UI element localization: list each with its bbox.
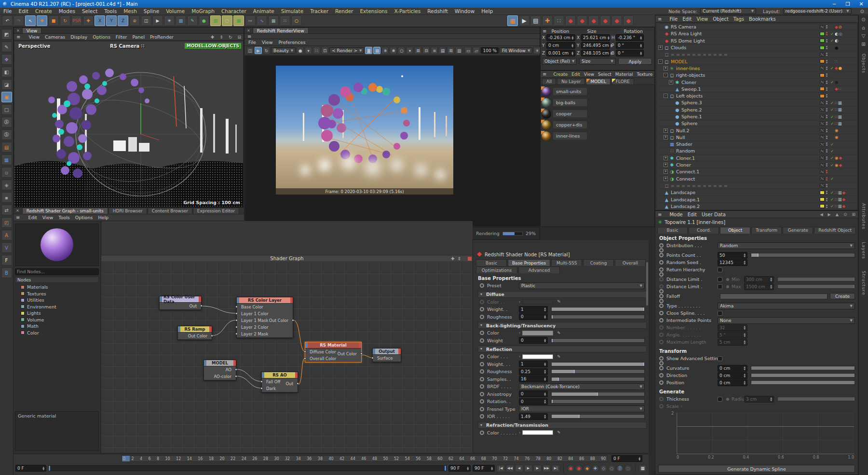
dropdown[interactable]: IOR▼ (519, 405, 645, 412)
menu-item[interactable]: Volume (166, 8, 185, 14)
object-row[interactable]: ▲ Landscape ✓ ∷▦◆ (657, 189, 857, 196)
psr-icon[interactable]: PSR (71, 15, 82, 26)
shader-property-row[interactable]: Color . . . › ✎ ▲▼ ▼ (473, 353, 649, 361)
dropdown[interactable]: Plastic▼ (519, 282, 645, 289)
viewport-menu-item[interactable]: Filter (116, 34, 127, 40)
layer-chip[interactable] (820, 149, 825, 153)
value-field[interactable]: 0.25▲▼ (519, 368, 548, 375)
value-field[interactable]: 16▲▼ (519, 376, 548, 382)
material-preview[interactable] (15, 224, 99, 266)
workplane-mode-icon[interactable]: □ (1, 104, 12, 115)
enabled-check[interactable]: ✓ (829, 163, 835, 168)
material-item[interactable]: small-units (542, 86, 654, 97)
shader-editor-tab[interactable]: Content Browser (148, 208, 192, 214)
color-swatch[interactable] (522, 354, 553, 359)
tag-icons[interactable]: ◐◎ (835, 31, 856, 36)
color-picker-icon[interactable]: ✎ (557, 331, 561, 335)
anim-dot-icon[interactable] (659, 253, 664, 257)
keyframe-selection-icon[interactable]: ◆ (583, 465, 591, 472)
close-icon[interactable]: ✕ (14, 209, 22, 213)
layer-chip[interactable] (820, 25, 825, 29)
tag-icons[interactable]: ∷▦◆ (835, 197, 856, 202)
shader-graph-titlebar[interactable]: Shader Graph ✚ ⇕ (101, 255, 473, 262)
dock-tab-objects[interactable]: Objects (861, 54, 866, 73)
record-keyframe-icon[interactable]: ● (567, 465, 574, 472)
tag-icons[interactable]: ● (835, 45, 856, 50)
visibility-dots[interactable] (826, 108, 828, 112)
anim-dot-icon[interactable] (480, 431, 484, 435)
anim-dot-icon[interactable] (480, 399, 484, 404)
asset-icon[interactable]: ❖ (1, 54, 12, 65)
object-row[interactable]: - ◻ right-objects (657, 72, 857, 78)
out-port[interactable] (360, 352, 363, 355)
color-picker-icon[interactable]: ✎ (557, 430, 561, 435)
crop-icon[interactable]: ⊡ (321, 47, 328, 54)
shader-property-row[interactable]: Preset › ✎ Plastic▲▼ Plastic▼ (473, 282, 649, 290)
object-row[interactable]: ◻ = = = = = = = = = = = (657, 51, 857, 57)
slider[interactable] (751, 253, 855, 257)
shader-property-row[interactable]: Samples. . › ✎ 16▲▼ 16▼ (473, 376, 649, 383)
anim-dot-icon[interactable] (659, 267, 664, 272)
position-field[interactable]: 0 cm▲▼ (546, 42, 575, 49)
shelf-box-icon[interactable]: ◰ (1, 217, 12, 228)
texture-mode-icon[interactable]: ▣ (1, 92, 12, 102)
visibility-dots[interactable] (826, 39, 828, 42)
attributes-menu-item[interactable]: User Data (702, 212, 726, 217)
mograph-cross-icon[interactable]: ✚ (542, 15, 553, 26)
object-row[interactable]: ◆ RS Area Light ✓ ◐◎ (657, 30, 857, 37)
in-port[interactable] (235, 312, 238, 315)
menu-item[interactable]: Edit (19, 8, 28, 14)
enabled-check[interactable]: ✓ (829, 121, 835, 126)
z-axis-lock-icon[interactable]: Z (118, 15, 128, 26)
color-swatch[interactable] (522, 430, 553, 435)
shader-property-row[interactable]: Fresnel Type › ✎ IOR▲▼ IOR▼ (473, 405, 649, 413)
in-port[interactable] (304, 357, 306, 360)
shader-property-row[interactable]: Roughness › ✎ 0▲▼ 0▼ (473, 313, 649, 321)
object-row[interactable]: ▦ Shader ✓ (657, 141, 857, 147)
materials-menu-item[interactable]: Select (598, 72, 611, 77)
value-field[interactable]: 5 °▲▼ (718, 332, 747, 338)
expand-icon[interactable]: + (664, 163, 668, 167)
color-picker-icon[interactable]: ✎ (557, 299, 561, 304)
anim-dot-icon[interactable] (659, 304, 664, 308)
menu-item[interactable]: Mesh (123, 8, 137, 14)
material-layer-tab[interactable]: FLORE (611, 78, 634, 84)
primitive-cube-icon[interactable]: ▧ (176, 15, 186, 26)
next-frame-icon[interactable]: ▶ (533, 465, 542, 472)
visibility-dots[interactable] (826, 53, 828, 56)
visibility-dots[interactable] (826, 32, 828, 35)
attribute-row[interactable]: Number. . . . . . 32▲▼ 32▼ (655, 324, 858, 331)
spline-pen-icon[interactable]: ✎ (187, 15, 198, 26)
anim-dot-icon[interactable] (480, 338, 484, 343)
visibility-dots[interactable] (826, 122, 828, 125)
visibility-dots[interactable] (826, 156, 828, 160)
layer-chip[interactable] (820, 191, 825, 195)
viewport-camera-label[interactable]: RS Camera ∷ (110, 43, 145, 49)
tag-icons[interactable]: ∷▦ (835, 114, 856, 119)
visibility-dots[interactable] (826, 177, 828, 181)
make-editable-icon[interactable]: ◩ (1, 29, 12, 40)
layout-select[interactable]: redgoose-redshift-2 (User)▼ (783, 8, 852, 14)
menu-item[interactable]: Window (455, 8, 475, 14)
dock-tab-attributes[interactable]: Attributes (861, 203, 866, 229)
shader-property-row[interactable]: Diffuse › ✎ ▲▼ ▼ (478, 291, 647, 298)
deformers-icon[interactable]: ◌ (222, 15, 232, 26)
node-category-item[interactable]: Color (15, 330, 99, 336)
history-back-icon[interactable]: ◀ (820, 212, 823, 217)
visibility-dots[interactable] (826, 46, 828, 49)
materials-menu-icon[interactable]: ≡ (542, 71, 546, 77)
enabled-check[interactable]: ✓ (829, 155, 835, 160)
object-row[interactable]: - ◻ Left objects (657, 93, 857, 99)
shader-editor-tab[interactable]: Expression Editor (193, 208, 239, 214)
menu-item[interactable]: Tools (104, 8, 117, 14)
expand-icon[interactable]: + (664, 128, 668, 133)
tag-icons[interactable]: ◐ (835, 38, 856, 43)
renderview-menu-item[interactable]: View (262, 40, 273, 45)
in-port[interactable] (371, 357, 374, 359)
copy-icon[interactable]: ▱ (473, 47, 480, 54)
visibility-dots[interactable] (826, 81, 828, 84)
tag-icons[interactable]: ∷▦ (835, 107, 856, 112)
key-pla-icon[interactable]: ◌ (624, 465, 632, 472)
shader-menu-item[interactable]: Help (98, 215, 108, 220)
snapshot-list-icon[interactable]: ▥ (455, 47, 462, 54)
